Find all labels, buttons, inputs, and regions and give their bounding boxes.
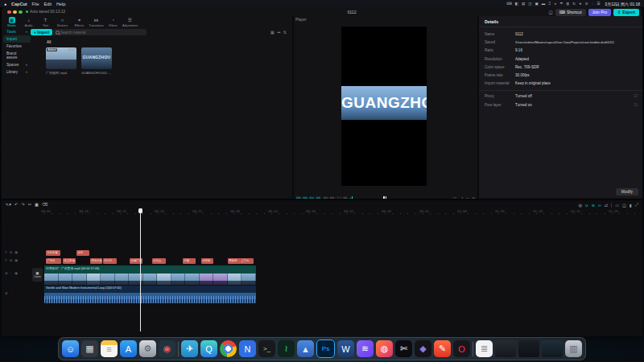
track-header-icon-2[interactable]: ◉: [14, 250, 18, 254]
auto-snap-icon[interactable]: ∞: [598, 203, 601, 208]
tab-transitions[interactable]: ⋈Transitions: [89, 17, 103, 27]
delete-icon[interactable]: ⌫: [42, 202, 47, 207]
window-manager-icon[interactable]: ▤: [522, 2, 525, 6]
video-preview[interactable]: GUANGZHOU: [341, 27, 427, 186]
panel-layout-icon[interactable]: ◫: [549, 10, 553, 14]
sidebar-item-favorites[interactable]: Favorites: [3, 43, 31, 50]
dock-swirl-app-icon[interactable]: ◍: [376, 340, 393, 357]
zoom-slider-icon[interactable]: ▮: [630, 203, 632, 208]
dock-notes-icon[interactable]: ≡: [101, 340, 118, 357]
menu-item-capcut[interactable]: CapCut: [11, 2, 27, 6]
track-header-icon-0[interactable]: T: [5, 258, 7, 262]
dock-minimized-window-2-icon[interactable]: [518, 340, 539, 357]
linking-icon[interactable]: ≋: [592, 203, 595, 208]
recording-icon[interactable]: ●: [555, 2, 557, 6]
modify-button[interactable]: Modify: [616, 188, 638, 195]
track-height-icon[interactable]: ▭: [615, 203, 619, 208]
tab-filters[interactable]: ◔Filters: [106, 17, 120, 27]
tab-audio[interactable]: ♪Audio: [22, 17, 35, 27]
dock-pixelmator-icon[interactable]: ▲: [297, 340, 314, 357]
dock-notion-icon[interactable]: N: [239, 340, 256, 357]
text-clip[interactable]: 花字: [76, 250, 89, 256]
dock-terminal-icon[interactable]: >_: [258, 340, 275, 357]
control-center-icon[interactable]: ☰: [597, 2, 600, 6]
playhead-line[interactable]: [140, 208, 141, 331]
minimize-window-button[interactable]: [13, 10, 17, 14]
audio-clip[interactable]: Gentle and Slow Modern Instrumental Loop…: [44, 286, 256, 303]
tab-stickers[interactable]: ☺Stickers: [56, 17, 69, 27]
view-icon-0[interactable]: ▦: [270, 30, 275, 35]
dock-motrix-icon[interactable]: ≀: [278, 340, 295, 357]
track-header-icon-1[interactable]: ◌: [10, 271, 13, 275]
text-clip[interactable]: 陈家祠: [228, 258, 241, 264]
search-icon[interactable]: ◌: [592, 2, 594, 6]
dock-word-icon[interactable]: W: [337, 340, 354, 357]
export-button[interactable]: ↥ Export: [613, 9, 639, 16]
record-voiceover-icon[interactable]: ◍: [578, 203, 582, 208]
droplet-icon[interactable]: ☂: [559, 2, 563, 6]
undo-icon[interactable]: ↶: [14, 202, 18, 207]
vpn-icon[interactable]: ◍: [566, 2, 569, 6]
sidebar-item-spaces[interactable]: Spaces▾: [3, 61, 31, 68]
tab-adjustment[interactable]: ☰Adjustment: [123, 17, 137, 27]
track-header-icon-0[interactable]: ⊘: [5, 271, 8, 275]
keyboard-icon[interactable]: ⌨: [506, 2, 512, 6]
magnetic-snap-icon[interactable]: ∪: [585, 203, 588, 208]
text-clip[interactable]: 白云山: [152, 258, 166, 264]
track-header-icon-1[interactable]: ◌: [10, 291, 13, 295]
redo-icon[interactable]: ↷: [21, 202, 24, 207]
tab-text[interactable]: TText: [39, 17, 52, 27]
sidebar-item-yours[interactable]: Yours▾: [3, 28, 31, 35]
text-clip[interactable]: 猎德大桥: [90, 258, 102, 264]
dock-quark-browser-icon[interactable]: Q: [200, 340, 217, 357]
media-item[interactable]: GUANGZHOUGUANGZHOU02.jpg: [81, 47, 112, 75]
close-window-button[interactable]: [7, 10, 11, 14]
text-clip[interactable]: 广州塔: [46, 258, 61, 264]
dock-telegram-icon[interactable]: ✈: [181, 340, 198, 357]
apple-menu-icon[interactable]: ●: [4, 2, 6, 6]
text-clip[interactable]: 北京路: [201, 258, 213, 264]
select-tool-icon[interactable]: ↖▾: [6, 202, 11, 207]
dock-document-icon[interactable]: ≣: [476, 340, 493, 357]
dock-pen-app-icon[interactable]: ✎: [434, 340, 451, 357]
display-icon[interactable]: ◧: [515, 2, 518, 6]
search-input[interactable]: [53, 29, 147, 35]
crop-icon[interactable]: ▣: [35, 202, 39, 207]
dock-opera-icon[interactable]: O: [453, 340, 470, 357]
track-header-icon-1[interactable]: ⊘: [10, 250, 13, 254]
media-item[interactable]: Added00:42广州延时.mp4: [46, 47, 76, 75]
menu-item-file[interactable]: File: [32, 2, 39, 6]
menubar-clock[interactable]: 3月12日 周六 01:18: [605, 2, 640, 6]
video-clip[interactable]: 已添加07 · 广州宣传.mp4 (00:00:17:06): [44, 265, 256, 285]
screen-mirroring-icon[interactable]: ◫: [528, 2, 531, 6]
view-icon-2[interactable]: ⇅: [283, 30, 287, 35]
info-icon[interactable]: ⓘ: [634, 103, 638, 111]
sidebar-item-brand-assets[interactable]: Brand assets: [3, 50, 31, 61]
mixer-icon[interactable]: ◫: [622, 203, 626, 208]
track-header-icon-0[interactable]: ⊘: [5, 291, 8, 295]
grid-icon[interactable]: ⠿: [548, 2, 551, 6]
dock-chrome-icon[interactable]: [220, 340, 237, 357]
dock-obsidian-icon[interactable]: ◆: [415, 340, 431, 357]
wifi-icon[interactable]: ≋: [585, 2, 588, 6]
cover-button[interactable]: ▣ Cover: [32, 268, 43, 282]
track-header-icon-2[interactable]: ◉: [14, 271, 18, 275]
info-icon[interactable]: ⓘ: [634, 94, 638, 102]
battery-icon[interactable]: ▬: [542, 2, 546, 6]
import-button[interactable]: + Import: [31, 29, 52, 35]
text-clip[interactable]: 沙面: [183, 258, 196, 264]
track-header-icon-2[interactable]: ◉: [14, 258, 18, 262]
filter-all-label[interactable]: All: [47, 40, 51, 44]
dock-system-settings-icon[interactable]: ⚙: [139, 340, 156, 357]
tab-effects[interactable]: ✶Effects: [72, 17, 86, 27]
dock-photoshop-icon[interactable]: Ps: [316, 339, 335, 358]
playhead-handle[interactable]: [138, 208, 142, 213]
dock-capcut-icon[interactable]: ✄: [395, 340, 412, 357]
track-header-icon-0[interactable]: T: [5, 250, 7, 254]
dock-finder-icon[interactable]: ☺: [62, 340, 79, 357]
dock-minimized-window-3-icon[interactable]: [542, 340, 563, 357]
view-icon-1[interactable]: ≔: [277, 30, 281, 35]
menu-item-edit[interactable]: Edit: [43, 2, 51, 6]
sidebar-item-library[interactable]: Library▾: [3, 68, 31, 76]
bluetooth-icon[interactable]: ∗: [579, 2, 582, 6]
